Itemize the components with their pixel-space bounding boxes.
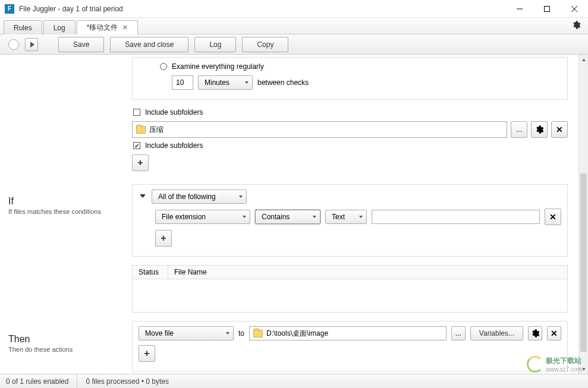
title-bar: F File Juggler - day 1 of trial period: [0, 0, 588, 18]
app-icon: F: [5, 4, 14, 14]
condition-value-input[interactable]: [372, 210, 540, 224]
then-section-title: Then: [8, 334, 124, 345]
include-subfolders-label-folder1: Include subfolders: [145, 141, 203, 150]
action-settings-button[interactable]: [528, 326, 542, 340]
record-button[interactable]: [8, 39, 19, 50]
close-icon: ✕: [551, 329, 558, 338]
minimize-button[interactable]: [506, 0, 533, 18]
add-folder-button[interactable]: +: [132, 154, 149, 171]
add-action-button[interactable]: +: [139, 345, 155, 362]
status-files-processed: 0 files processed • 0 bytes: [86, 377, 169, 386]
condition-operator-dropdown[interactable]: Contains: [255, 210, 320, 224]
tab-strip: Rules Log *移动文件 ✕: [0, 18, 588, 34]
close-window-button[interactable]: [561, 0, 588, 18]
if-section-subtitle: If files matches these conditions: [8, 208, 124, 215]
interval-value-input[interactable]: [172, 75, 193, 90]
include-subfolders-label-top: Include subfolders: [145, 108, 203, 116]
action-dropdown[interactable]: Move file: [139, 326, 234, 340]
svg-rect-1: [545, 6, 550, 11]
close-icon: ✕: [549, 212, 556, 222]
if-section-title: If: [8, 196, 124, 207]
settings-gear-icon[interactable]: [571, 20, 581, 30]
close-icon: ✕: [556, 125, 563, 134]
toolbar: Save Save and close Log Copy: [0, 34, 588, 55]
examine-regularly-label: Examine everything regularly: [172, 62, 264, 71]
interval-unit-dropdown[interactable]: Minutes: [198, 75, 253, 90]
remove-folder-button[interactable]: ✕: [551, 121, 568, 138]
condition-type-dropdown[interactable]: Text: [325, 210, 367, 224]
examine-regularly-radio[interactable]: [160, 63, 167, 70]
remove-condition-button[interactable]: ✕: [545, 209, 561, 225]
then-section-subtitle: Then do these actions: [8, 346, 124, 353]
column-filename[interactable]: File Name: [168, 266, 567, 279]
tab-rules[interactable]: Rules: [4, 20, 42, 34]
maximize-button[interactable]: [533, 0, 561, 18]
preview-table-body: [132, 279, 568, 313]
vertical-scrollbar[interactable]: ▲ ▼: [578, 55, 588, 374]
variables-button[interactable]: Variables...: [470, 326, 523, 340]
destination-path[interactable]: D:\tools\桌面\image: [249, 326, 446, 340]
condition-combiner-dropdown[interactable]: All of the following: [152, 190, 247, 204]
include-subfolders-checkbox-top[interactable]: [133, 109, 140, 116]
to-label: to: [238, 329, 244, 337]
play-button[interactable]: [25, 38, 38, 51]
condition-field-dropdown[interactable]: File extension: [155, 210, 250, 224]
tab-log[interactable]: Log: [43, 20, 76, 34]
remove-action-button[interactable]: ✕: [547, 326, 561, 340]
status-bar: 0 of 1 rules enabled 0 files processed •…: [0, 374, 588, 388]
browse-destination-button[interactable]: ...: [451, 326, 466, 340]
preview-table-header: Status File Name: [132, 265, 568, 279]
monitored-folder-path[interactable]: 压缩: [132, 121, 507, 138]
column-status[interactable]: Status: [133, 266, 168, 279]
scrollbar-thumb[interactable]: [580, 174, 587, 352]
browse-folder-button[interactable]: ...: [511, 121, 527, 138]
save-and-close-button[interactable]: Save and close: [110, 37, 188, 52]
scroll-down-icon[interactable]: ▼: [579, 364, 588, 374]
folder-icon: [253, 330, 263, 337]
copy-button[interactable]: Copy: [242, 37, 288, 52]
between-checks-label: between checks: [257, 78, 309, 87]
scroll-up-icon[interactable]: ▲: [579, 55, 588, 64]
close-tab-icon[interactable]: ✕: [122, 24, 128, 31]
save-button[interactable]: Save: [58, 37, 104, 52]
include-subfolders-checkbox-folder1[interactable]: [133, 142, 140, 149]
log-button[interactable]: Log: [194, 37, 236, 52]
folder-icon: [136, 126, 146, 134]
tab-move-file[interactable]: *移动文件 ✕: [77, 20, 139, 34]
expand-icon[interactable]: [140, 194, 146, 198]
folder-settings-button[interactable]: [531, 121, 548, 138]
status-rules-enabled: 0 of 1 rules enabled: [6, 374, 77, 388]
add-condition-button[interactable]: +: [155, 230, 172, 247]
window-title: File Juggler - day 1 of trial period: [19, 5, 506, 13]
